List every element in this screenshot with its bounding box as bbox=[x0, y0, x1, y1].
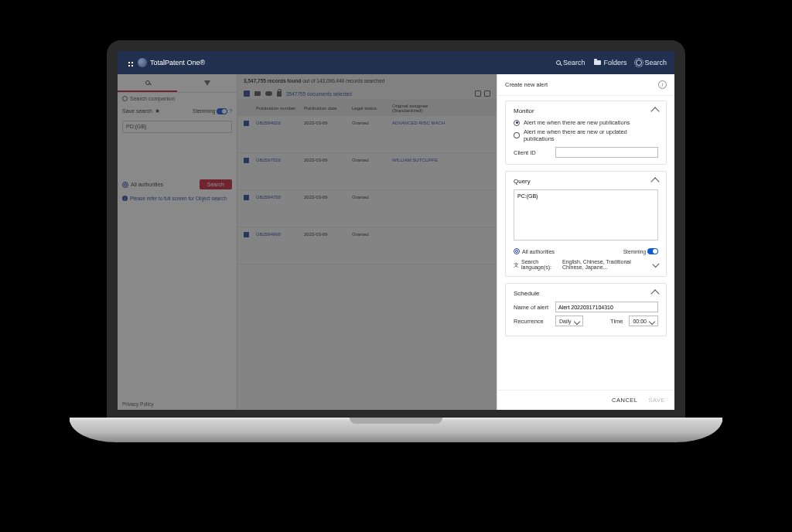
alert-all-authorities[interactable]: All authorities bbox=[522, 249, 555, 254]
privacy-link[interactable]: Privacy Policy bbox=[122, 401, 153, 407]
all-authorities-label[interactable]: All authorities bbox=[131, 182, 163, 187]
search-companion-label: Search companion bbox=[130, 96, 175, 101]
col-legal-status[interactable]: Legal status bbox=[352, 106, 387, 111]
time-label: Time bbox=[610, 318, 623, 325]
cell-legal-status: Granted bbox=[352, 158, 387, 162]
results-area: 3,547,755 records found out of 143,096,4… bbox=[237, 74, 497, 410]
col-assignee[interactable]: Original assignee (Standardized) bbox=[392, 104, 446, 113]
cancel-button[interactable]: CANCEL bbox=[612, 397, 637, 404]
query-card: Query All authorities Stemming bbox=[505, 171, 667, 277]
cell-legal-status: Granted bbox=[352, 232, 387, 237]
star-icon[interactable]: ★ bbox=[155, 107, 160, 114]
app-grid-icon[interactable] bbox=[125, 59, 133, 66]
monitor-option-updated[interactable]: Alert me when there are new or updated p… bbox=[514, 128, 658, 142]
fullscreen-note: Please refer to full screen for Object s… bbox=[130, 196, 227, 201]
cell-pub-number[interactable]: GB2594990 bbox=[256, 232, 299, 237]
chevron-up-icon[interactable] bbox=[650, 289, 659, 298]
cell-pub-number[interactable]: GB2597026 bbox=[256, 158, 299, 162]
language-icon bbox=[514, 261, 519, 268]
monitor-card: Monitor Alert me when there are new publ… bbox=[505, 101, 667, 165]
search-icon bbox=[556, 60, 561, 65]
nav-folders[interactable]: Folders bbox=[594, 59, 626, 66]
search-companion-row[interactable]: Search companion bbox=[118, 93, 237, 104]
cell-pub-number[interactable]: GB2594780 bbox=[256, 195, 299, 200]
table-row[interactable]: GB2594990 2022-03-09 Granted bbox=[237, 227, 497, 264]
results-count: 3,547,755 records found out of 143,096,4… bbox=[237, 74, 497, 87]
clock-icon bbox=[122, 96, 128, 101]
alert-name-input[interactable] bbox=[555, 302, 658, 312]
results-toolbar: 3547755 documents selected bbox=[237, 87, 497, 101]
search-language-label: Search language(s): bbox=[521, 259, 560, 270]
monitor-heading: Monitor bbox=[514, 107, 534, 114]
view-list-icon[interactable] bbox=[484, 90, 490, 97]
save-search-label[interactable]: Save search bbox=[122, 108, 152, 114]
folder-icon bbox=[594, 60, 601, 65]
tab-search[interactable] bbox=[118, 74, 177, 92]
cell-legal-status: Granted bbox=[352, 121, 387, 125]
cell-pub-date: 2022-03-09 bbox=[304, 158, 347, 162]
table-row[interactable]: GB2597026 2022-03-09 Granted WILLIAM SUT… bbox=[237, 153, 497, 190]
cell-pub-date: 2022-03-09 bbox=[304, 195, 347, 200]
alert-name-label: Name of alert bbox=[514, 304, 549, 311]
globe-icon bbox=[514, 248, 520, 254]
save-button: SAVE bbox=[649, 397, 665, 404]
move-to-folder-icon[interactable] bbox=[254, 91, 261, 96]
row-checkbox[interactable] bbox=[244, 158, 249, 163]
nav-search-history-label: Search bbox=[644, 59, 667, 66]
cell-assignee[interactable]: WILLIAM SUTCLIFFE bbox=[392, 158, 446, 162]
nav-search-label: Search bbox=[563, 59, 585, 66]
alert-stemming-toggle[interactable] bbox=[647, 248, 658, 254]
nav-folders-label: Folders bbox=[603, 59, 626, 66]
table-header: Publication number Publication date Lega… bbox=[237, 101, 497, 116]
time-select[interactable]: 00:00 bbox=[629, 315, 658, 326]
lock-icon[interactable] bbox=[277, 91, 282, 97]
cell-pub-number[interactable]: GB2594026 bbox=[256, 121, 299, 125]
globe-icon bbox=[122, 182, 128, 188]
search-button[interactable]: Search bbox=[200, 179, 232, 189]
info-icon[interactable]: i bbox=[658, 80, 667, 89]
brand-logo-icon bbox=[138, 58, 147, 67]
row-checkbox[interactable] bbox=[244, 232, 249, 237]
radio-icon bbox=[514, 120, 520, 126]
monitor-option-new[interactable]: Alert me when there are new publications bbox=[514, 119, 658, 126]
cell-pub-date: 2022-03-09 bbox=[304, 232, 347, 237]
recurrence-select[interactable]: Daily bbox=[555, 315, 583, 326]
stemming-toggle[interactable] bbox=[217, 108, 227, 114]
view-grid-icon[interactable] bbox=[475, 90, 481, 97]
col-pub-date[interactable]: Publication date bbox=[304, 106, 347, 111]
schedule-heading: Schedule bbox=[514, 290, 539, 297]
table-row[interactable]: GB2594780 2022-03-09 Granted bbox=[237, 190, 497, 227]
info-icon: i bbox=[122, 196, 128, 201]
client-id-label: Client ID bbox=[514, 149, 549, 156]
background-dimmed-area: Search companion Save search ★ Stemming … bbox=[118, 74, 497, 410]
filter-icon bbox=[204, 80, 210, 87]
download-icon[interactable] bbox=[265, 91, 272, 96]
client-id-input[interactable] bbox=[555, 147, 658, 158]
col-pub-number[interactable]: Publication number bbox=[256, 106, 299, 111]
row-checkbox[interactable] bbox=[244, 195, 249, 200]
panel-title: Create new alert bbox=[505, 81, 548, 88]
schedule-card: Schedule Name of alert Recurrence Daily … bbox=[505, 283, 667, 336]
history-icon bbox=[636, 60, 642, 66]
tab-filter[interactable] bbox=[177, 74, 237, 92]
recurrence-label: Recurrence bbox=[514, 318, 549, 325]
nav-search-history[interactable]: Search bbox=[636, 59, 667, 66]
query-textarea[interactable] bbox=[514, 189, 658, 240]
radio-icon bbox=[514, 132, 520, 138]
chevron-up-icon[interactable] bbox=[650, 177, 659, 186]
alert-stemming-label: Stemming bbox=[623, 249, 646, 254]
query-input[interactable]: PD:(GB) bbox=[122, 121, 232, 133]
help-icon[interactable]: ? bbox=[229, 108, 232, 114]
query-heading: Query bbox=[514, 178, 531, 185]
search-icon bbox=[145, 80, 150, 85]
nav-search[interactable]: Search bbox=[556, 59, 585, 66]
selected-count: 3547755 documents selected bbox=[286, 91, 352, 97]
cell-assignee[interactable]: ADVANCED RISC MACH bbox=[392, 121, 446, 125]
cell-pub-date: 2022-03-09 bbox=[304, 121, 347, 125]
stemming-label: Stemming bbox=[193, 108, 215, 114]
select-all-checkbox[interactable] bbox=[244, 90, 250, 97]
table-row[interactable]: GB2594026 2022-03-09 Granted ADVANCED RI… bbox=[237, 116, 497, 153]
chevron-up-icon[interactable] bbox=[650, 107, 659, 115]
create-alert-panel: Create new alert i Monitor Alert me when… bbox=[497, 74, 674, 410]
row-checkbox[interactable] bbox=[244, 121, 249, 126]
